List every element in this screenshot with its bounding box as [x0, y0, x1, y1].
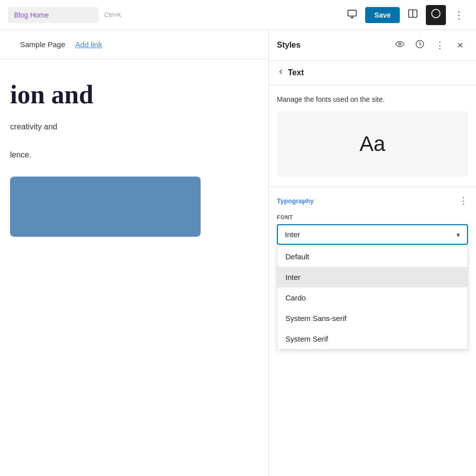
add-link-link[interactable]: Add link [75, 40, 102, 49]
canvas-body-text2: lence. [10, 148, 268, 162]
font-preview-text: Aa [360, 132, 385, 156]
shortcut-hint: Ctrl+K [104, 12, 121, 19]
toolbar-left: Ctrl+K [8, 7, 121, 23]
close-icon: ✕ [457, 41, 463, 50]
eye-icon [395, 40, 404, 51]
toolbar-right: Save ⋮ [343, 5, 468, 25]
history-button[interactable] [412, 37, 428, 53]
chevron-down-icon: ▾ [456, 231, 460, 239]
typography-header: Typography ⋮ [277, 195, 468, 206]
panel-header: Styles ⋮ [269, 30, 476, 61]
panel-more-icon: ⋮ [435, 40, 444, 51]
svg-rect-0 [348, 10, 357, 16]
right-panel: Styles ⋮ [268, 30, 476, 476]
typography-title: Typography [277, 197, 313, 205]
screen-icon [347, 9, 357, 21]
canvas-heading: ion and [10, 79, 268, 110]
split-view-button[interactable] [404, 6, 422, 24]
panel-back-nav: Text [269, 61, 476, 85]
dark-mode-button[interactable] [426, 5, 446, 25]
font-option-system-sans[interactable]: System Sans-serif [277, 308, 467, 329]
canvas-body-text1: creativity and [10, 120, 268, 133]
font-option-inter[interactable]: Inter [277, 267, 467, 287]
sample-page-link[interactable]: Sample Page [20, 40, 65, 49]
panel-header-icons: ⋮ ✕ [392, 37, 468, 53]
more-options-icon: ⋮ [454, 9, 464, 21]
close-panel-button[interactable]: ✕ [452, 37, 468, 53]
split-icon [408, 9, 418, 21]
history-icon [415, 40, 424, 51]
font-dropdown-selected[interactable]: Inter ▾ [277, 224, 468, 245]
font-preview-section: Manage the fonts used on the site. Aa [269, 85, 476, 187]
top-toolbar: Ctrl+K Save [0, 0, 476, 30]
svg-point-5 [432, 10, 440, 18]
canvas-blue-block [10, 177, 201, 237]
canvas-nav: Sample Page Add link [0, 30, 268, 59]
back-title: Text [288, 68, 304, 77]
selected-font-label: Inter [285, 230, 300, 239]
font-preview-box: Aa [277, 111, 468, 177]
typography-more-icon: ⋮ [459, 195, 468, 206]
typography-more-button[interactable]: ⋮ [459, 195, 468, 206]
typography-section: Typography ⋮ FONT Inter ▾ Default Inter … [269, 187, 476, 279]
screen-view-button[interactable] [343, 6, 361, 24]
font-option-default[interactable]: Default [277, 246, 467, 267]
font-option-system-serif[interactable]: System Serif [277, 329, 467, 349]
more-options-button[interactable]: ⋮ [450, 6, 468, 24]
font-dropdown-wrapper: Inter ▾ Default Inter Cardo System Sans-… [277, 224, 468, 245]
save-button[interactable]: Save [365, 7, 400, 23]
eye-button[interactable] [392, 37, 408, 53]
canvas-content: ion and creativity and lence. [0, 59, 268, 257]
blog-home-input[interactable] [8, 7, 98, 23]
panel-more-button[interactable]: ⋮ [432, 37, 448, 53]
back-button[interactable] [277, 68, 285, 78]
dark-mode-icon [431, 9, 441, 21]
font-dropdown-list: Default Inter Cardo System Sans-serif Sy… [277, 246, 468, 350]
canvas-area: Sample Page Add link ion and creativity … [0, 30, 268, 476]
font-label: FONT [277, 214, 468, 220]
panel-title: Styles [277, 41, 300, 50]
font-option-cardo[interactable]: Cardo [277, 287, 467, 308]
font-preview-description: Manage the fonts used on the site. [277, 95, 468, 103]
svg-point-6 [399, 43, 401, 46]
